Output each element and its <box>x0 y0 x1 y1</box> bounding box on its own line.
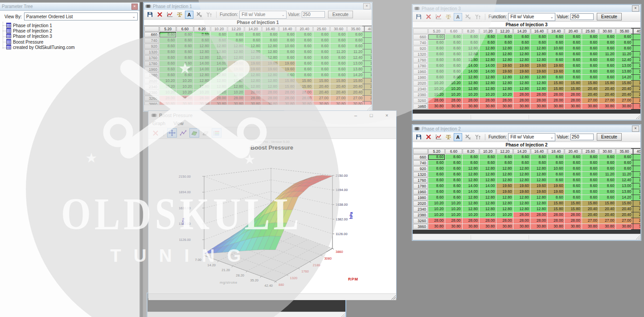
table-cell[interactable]: 8.60 <box>445 63 462 69</box>
table-cell[interactable]: 8.60 <box>279 73 295 78</box>
table-cell[interactable]: 10.20 <box>428 92 445 98</box>
table-cell[interactable]: 12.80 <box>513 46 530 51</box>
table-cell[interactable]: 8.60 <box>445 172 462 177</box>
table-cell[interactable]: 15.80 <box>296 84 312 89</box>
table-cell[interactable]: 12.80 <box>245 84 261 89</box>
table-cell[interactable]: 8.60 <box>548 160 564 166</box>
table-cell[interactable]: 15.80 <box>296 78 312 84</box>
table-cell[interactable]: 8.60 <box>565 57 581 63</box>
table-cell[interactable]: 13.00 <box>633 63 640 69</box>
pan-icon[interactable] <box>167 128 177 138</box>
column-header[interactable]: 30.60 <box>599 28 615 34</box>
table-cell[interactable]: 8.60 <box>428 178 445 183</box>
table-cell[interactable]: 8.60 <box>313 61 330 66</box>
table-cell[interactable]: 13.80 <box>616 189 632 195</box>
table-cell[interactable]: 8.60 <box>160 67 176 72</box>
table-cell[interactable]: 20.40 <box>616 92 632 98</box>
table-cell[interactable]: 8.60 <box>599 34 615 40</box>
table-cell[interactable]: 12.80 <box>531 178 547 183</box>
row-header[interactable]: 2340 <box>413 207 428 212</box>
row-header[interactable]: 3260 <box>413 218 428 224</box>
table-cell[interactable]: 12.80 <box>513 75 530 80</box>
table-cell[interactable]: 10.20 <box>428 212 445 218</box>
table-cell[interactable]: 12.80 <box>211 78 227 84</box>
table-cell[interactable]: 19.60 <box>496 69 513 74</box>
table-cell[interactable]: 30.80 <box>633 224 640 229</box>
table-cell[interactable]: 30.80 <box>599 224 615 229</box>
table-cell[interactable]: 28.00 <box>211 96 227 101</box>
table-cell[interactable]: 12.80 <box>211 49 227 55</box>
table-cell[interactable]: 8.60 <box>313 44 330 49</box>
table-cell[interactable]: 12.80 <box>496 201 513 206</box>
column-header[interactable]: 5.20 <box>160 26 176 32</box>
table-cell[interactable]: 19.60 <box>245 61 261 66</box>
table-cell[interactable]: 8.60 <box>313 55 330 61</box>
table-cell[interactable]: 10.20 <box>463 92 479 98</box>
table-cell[interactable]: 8.60 <box>463 160 479 166</box>
table-cell[interactable]: 12.80 <box>531 166 547 171</box>
table-cell[interactable]: 12.80 <box>228 49 244 55</box>
table-cell[interactable]: 8.60 <box>599 178 615 183</box>
table-cell[interactable]: 8.60 <box>548 40 564 45</box>
table-cell[interactable]: 8.60 <box>582 57 599 63</box>
column-header[interactable]: 25.60 <box>313 26 330 32</box>
table-cell[interactable]: 15.80 <box>565 207 581 212</box>
table-cell[interactable]: 8.60 <box>565 75 581 80</box>
table-cell[interactable]: 12.80 <box>463 172 479 177</box>
table-cell[interactable]: 8.60 <box>228 32 244 37</box>
row-header[interactable]: 1960 <box>413 69 428 74</box>
table-cell[interactable]: 20.40 <box>347 90 364 95</box>
table-cell[interactable]: 12.80 <box>194 55 210 61</box>
table-cell[interactable]: 14.00 <box>480 189 496 195</box>
table-cell[interactable]: 19.60 <box>279 61 295 66</box>
table-cell[interactable]: 8.60 <box>565 40 581 45</box>
table-cell[interactable]: 13.00 <box>616 63 632 69</box>
table-cell[interactable]: 14.00 <box>194 67 210 72</box>
table-cell[interactable]: 30.80 <box>548 104 564 109</box>
table-cell[interactable]: 8.60 <box>445 40 462 45</box>
table-cell[interactable]: 12.80 <box>228 84 244 89</box>
table-cell[interactable]: 14.00 <box>463 183 479 189</box>
row-header[interactable]: 1320 <box>413 52 428 57</box>
table-cell[interactable]: 27.00 <box>599 98 615 103</box>
table-cell[interactable]: 12.40 <box>365 55 372 61</box>
table-cell[interactable]: 10.20 <box>445 86 462 92</box>
table-cell[interactable]: 10.20 <box>445 201 462 206</box>
table-cell[interactable]: 12.80 <box>496 166 513 171</box>
table-cell[interactable]: 14.00 <box>211 67 227 72</box>
table-cell[interactable]: 15.80 <box>548 86 564 92</box>
table-cell[interactable]: 30.80 <box>445 224 462 229</box>
resize-grip[interactable] <box>391 295 396 300</box>
table-cell[interactable]: 12.80 <box>496 46 513 51</box>
table-cell[interactable]: 15.80 <box>565 86 581 92</box>
execute-button[interactable]: Execute <box>597 133 622 141</box>
table-cell[interactable]: 8.60 <box>599 46 615 51</box>
table-cell[interactable]: 8.60 <box>176 32 193 37</box>
table-cell[interactable]: 8.60 <box>599 195 615 200</box>
discard-x-icon[interactable] <box>151 128 160 138</box>
window-titlebar[interactable]: Phase of Injection 3 × <box>413 5 640 12</box>
table-cell[interactable]: 12.80 <box>245 44 261 49</box>
table-cell[interactable]: 15.80 <box>347 78 364 84</box>
table-cell[interactable]: 30.80 <box>428 224 445 229</box>
table-cell[interactable]: 27.00 <box>313 96 330 101</box>
graph-view-icon[interactable] <box>434 13 443 21</box>
table-cell[interactable]: 28.00 <box>428 218 445 224</box>
row-header[interactable]: 1760 <box>144 55 159 61</box>
table-cell[interactable]: 8.60 <box>463 154 479 160</box>
table-cell[interactable]: 8.60 <box>565 69 581 74</box>
table-cell[interactable]: 10.20 <box>176 84 193 89</box>
table-cell[interactable]: 15.80 <box>565 81 581 86</box>
table-cell[interactable]: 14.00 <box>463 63 479 69</box>
table-cell[interactable]: 12.80 <box>531 86 547 92</box>
table-cell[interactable]: 12.80 <box>463 75 479 80</box>
row-header[interactable]: 1320 <box>144 49 159 55</box>
table-cell[interactable]: 8.60 <box>296 32 312 37</box>
parameter-tree-titlebar[interactable]: Parameter Tree × <box>0 3 139 11</box>
table-cell[interactable]: 8.60 <box>565 34 581 40</box>
table-cell[interactable]: 8.60 <box>565 52 581 57</box>
table-cell[interactable]: 8.60 <box>428 40 445 45</box>
table-cell[interactable]: 8.60 <box>616 160 632 166</box>
table-cell[interactable]: 20.40 <box>582 92 599 98</box>
table-cell[interactable]: 8.60 <box>616 154 632 160</box>
